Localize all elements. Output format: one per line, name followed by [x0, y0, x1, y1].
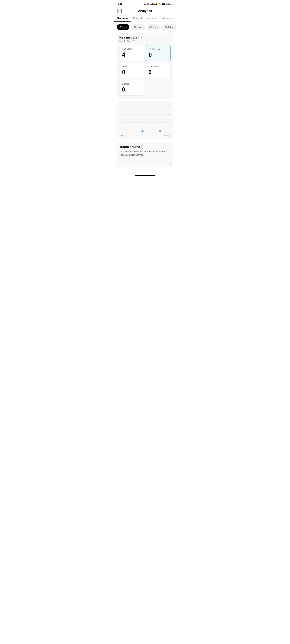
muted-icon: 🔇 [147, 3, 150, 5]
chart-slider-fill [142, 131, 160, 131]
period-60days[interactable]: 60 days [146, 24, 160, 30]
metric-card-likes: Likes 0 [119, 62, 144, 78]
metric-label-shares: Shares [122, 82, 142, 85]
wifi-icon: 📶 [158, 3, 161, 5]
signal-bar [154, 4, 155, 5]
status-bar: 9:47 📷 🔇 📶 97% [114, 0, 176, 8]
metric-label-profile-views: Profile views [148, 48, 168, 50]
metric-card-shares: Shares 0 [119, 80, 144, 96]
signal-bar [156, 4, 156, 5]
signal-bar [152, 4, 153, 5]
signal-bar [152, 4, 152, 5]
chart-slider-thumb-right[interactable] [159, 130, 161, 132]
metric-label-post-views: Post views [122, 48, 142, 50]
battery-percentage: 97% [167, 3, 171, 5]
signal-bar [153, 3, 154, 5]
traffic-source-section: Traffic source i You'll be able to see t… [116, 142, 174, 168]
signal-bars-2 [154, 3, 158, 5]
battery-fill [162, 4, 165, 5]
signal-bar [157, 3, 158, 5]
status-icons: 📷 🔇 📶 97% [144, 3, 172, 5]
metric-card-post-views: Post views 4 [119, 45, 144, 61]
period-selector: 7 days 28 days 60 days 365 days Cu... [114, 22, 176, 32]
home-indicator [135, 175, 155, 176]
status-time: 9:47 [118, 3, 122, 6]
traffic-stat-right: -% [168, 162, 171, 164]
chart-slider-thumb-left[interactable] [142, 130, 144, 132]
chart-grid-line-1: 1 [120, 122, 170, 125]
traffic-stats: - -% [119, 160, 171, 164]
chart-x-labels: Nov 7 Nov 13 [120, 134, 170, 137]
key-metrics-date-range: Nov 7 - Nov 13 [119, 40, 171, 42]
chart-slider-container [116, 131, 174, 133]
battery-dot [172, 4, 172, 5]
back-button[interactable]: ← [118, 9, 122, 13]
chart-section: 3 2 1 Nov 7 Nov 13 [116, 101, 174, 140]
period-28days[interactable]: 28 days [131, 24, 145, 30]
chart-label-3: 3 [169, 105, 170, 108]
traffic-source-title: Traffic source i [119, 145, 171, 149]
metric-label-likes: Likes [122, 65, 142, 68]
chart-area: 3 2 1 [120, 104, 170, 129]
chart-x-label-start: Nov 7 [120, 134, 125, 137]
traffic-stat-left: - [119, 162, 120, 164]
key-metrics-info-icon[interactable]: i [138, 36, 142, 39]
metric-value-post-views: 4 [122, 52, 142, 58]
traffic-source-info-icon[interactable]: i [141, 146, 144, 148]
tab-live[interactable]: LIVE [174, 15, 176, 22]
traffic-source-description: You'll be able to see this information o… [119, 150, 171, 156]
signal-bar [155, 4, 156, 5]
tab-followers[interactable]: Followers [158, 15, 174, 22]
battery-indicator: 97% [162, 3, 172, 5]
period-365days[interactable]: 365 days [162, 24, 176, 30]
period-7days[interactable]: 7 days [117, 24, 130, 30]
key-metrics-section: Key metrics i Nov 7 - Nov 13 Post views … [116, 32, 174, 99]
battery-bar [162, 3, 166, 5]
chart-label-2: 2 [169, 113, 170, 116]
header: ← Analytics [114, 8, 176, 15]
camera-icon: 📷 [144, 3, 146, 5]
key-metrics-title: Key metrics i [119, 36, 171, 39]
chart-x-label-end: Nov 13 [164, 134, 170, 137]
chart-grid-line-2: 2 [120, 114, 170, 117]
battery-tip [166, 4, 167, 4]
metric-label-comments: Comments [148, 65, 168, 68]
metric-value-likes: 0 [122, 69, 142, 76]
metric-card-comments: Comments 0 [146, 62, 171, 78]
tab-overview[interactable]: Overview [114, 15, 130, 22]
tab-viewers[interactable]: Viewers [144, 15, 158, 22]
signal-bar [156, 4, 157, 5]
tabs-container: Overview Content Viewers Followers LIVE [114, 15, 176, 22]
page-title: Analytics [138, 9, 152, 13]
signal-bars-1 [150, 3, 154, 5]
metric-card-profile-views: Profile views 0 [146, 45, 171, 61]
metrics-grid: Post views 4 Profile views 0 Likes 0 Com… [119, 45, 171, 96]
metric-value-comments: 0 [148, 69, 168, 76]
chart-slider-track[interactable] [120, 131, 170, 131]
tab-content[interactable]: Content [130, 15, 144, 22]
signal-bar [151, 4, 152, 5]
bottom-bar [114, 174, 176, 178]
signal-bar [150, 4, 151, 5]
metric-value-profile-views: 0 [148, 52, 168, 58]
chart-grid-line-3: 3 [120, 106, 170, 109]
chart-label-1: 1 [169, 121, 170, 124]
metric-value-shares: 0 [122, 86, 142, 93]
